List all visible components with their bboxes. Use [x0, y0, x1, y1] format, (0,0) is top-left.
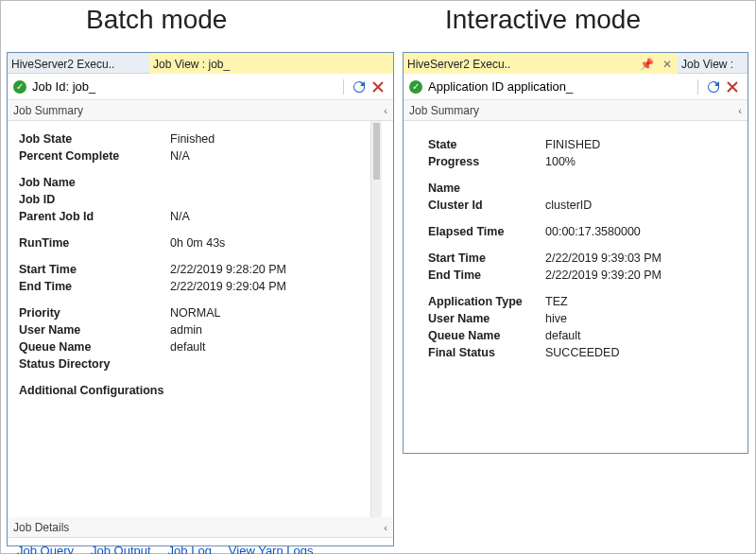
- v-priority: NORMAL: [170, 306, 220, 320]
- v-name: [541, 182, 545, 195]
- v-user: admin: [170, 323, 202, 337]
- k-start: Start Time: [19, 263, 170, 276]
- section-job-summary[interactable]: Job Summary ‹: [8, 100, 393, 121]
- close-tab-icon[interactable]: ✕: [662, 58, 672, 71]
- tab-jobview[interactable]: Job View :: [678, 53, 747, 74]
- v-start: 2/22/2019 9:28:20 PM: [170, 263, 286, 276]
- job-id-label: Job Id:: [32, 79, 69, 94]
- v-job-state: Finished: [170, 132, 215, 146]
- k-priority: Priority: [19, 306, 170, 320]
- v-queue: default: [541, 329, 581, 342]
- k-state: State: [417, 138, 541, 151]
- k-statusdir: Status Directory: [19, 357, 170, 371]
- k-runtime: RunTime: [19, 236, 170, 250]
- summary-body: StateFINISHED Progress100% Name Cluster …: [404, 121, 747, 367]
- link-job-query[interactable]: Job Query: [17, 544, 74, 554]
- summary-scroll: Job StateFinished Percent CompleteN/A Jo…: [8, 121, 393, 517]
- v-percent: N/A: [170, 149, 190, 163]
- v-end: 2/22/2019 9:39:20 PM: [541, 268, 662, 282]
- v-progress: 100%: [541, 155, 576, 168]
- k-apptype: Application Type: [417, 295, 541, 308]
- refresh-button[interactable]: [704, 78, 723, 96]
- k-queue: Queue Name: [417, 329, 541, 342]
- k-final: Final Status: [417, 346, 541, 359]
- detail-links: Job Query Job Output Job Log View Yarn L…: [8, 538, 393, 554]
- v-queue: default: [170, 340, 206, 354]
- section-label: Job Details: [13, 521, 69, 534]
- v-cluster: clusterID: [541, 199, 592, 212]
- tab-jobview[interactable]: Job View : job_: [149, 53, 393, 74]
- k-job-id: Job ID: [19, 193, 170, 206]
- k-name: Name: [417, 182, 541, 195]
- k-progress: Progress: [417, 155, 541, 168]
- v-runtime: 0h 0m 43s: [170, 236, 225, 250]
- separator: [343, 79, 344, 95]
- tabs-left: HiveServer2 Execu.. Job View : job_: [8, 53, 393, 74]
- v-apptype: TEZ: [541, 295, 568, 308]
- tab-hiveserver[interactable]: HiveServer2 Execu.. 📌 ✕: [404, 53, 678, 74]
- app-id-value: application_: [507, 79, 573, 94]
- chevron-left-icon: ‹: [384, 105, 387, 116]
- k-job-name: Job Name: [19, 176, 170, 189]
- section-job-summary[interactable]: Job Summary ‹: [404, 100, 747, 121]
- cancel-button[interactable]: [369, 78, 387, 96]
- v-state: FINISHED: [541, 138, 600, 151]
- success-icon: ✓: [13, 80, 26, 94]
- tab-label: Job View :: [681, 58, 733, 71]
- k-job-state: Job State: [19, 132, 170, 146]
- v-user: hive: [541, 312, 567, 325]
- v-parent: N/A: [170, 210, 190, 223]
- heading-batch: Batch mode: [86, 5, 227, 35]
- cancel-button[interactable]: [723, 78, 742, 96]
- batch-panel: HiveServer2 Execu.. Job View : job_ ✓ Jo…: [7, 52, 394, 546]
- k-elapsed: Elapsed Time: [417, 225, 541, 238]
- scrollbar[interactable]: [370, 121, 382, 517]
- section-label: Job Summary: [409, 104, 479, 117]
- tab-hiveserver[interactable]: HiveServer2 Execu..: [8, 53, 149, 74]
- k-cluster: Cluster Id: [417, 199, 541, 212]
- k-queue: Queue Name: [19, 340, 170, 354]
- k-addconf: Additional Configurations: [19, 384, 227, 397]
- section-label: Job Summary: [13, 104, 83, 117]
- section-job-details[interactable]: Job Details ‹: [8, 517, 393, 538]
- pin-icon[interactable]: 📌: [640, 58, 654, 71]
- success-icon: ✓: [409, 80, 422, 94]
- scroll-thumb[interactable]: [373, 123, 380, 180]
- separator: [697, 79, 698, 95]
- tab-label: HiveServer2 Execu..: [11, 58, 114, 71]
- v-elapsed: 00:00:17.3580000: [541, 225, 641, 238]
- k-parent: Parent Job Id: [19, 210, 170, 223]
- v-start: 2/22/2019 9:39:03 PM: [541, 251, 662, 265]
- job-id-row: ✓ Job Id: job_: [8, 74, 393, 100]
- heading-interactive: Interactive mode: [445, 5, 641, 35]
- job-id-value: job_: [73, 79, 96, 94]
- v-end: 2/22/2019 9:29:04 PM: [170, 280, 286, 293]
- link-view-yarn[interactable]: View Yarn Logs: [229, 544, 314, 554]
- tab-label: HiveServer2 Execu..: [407, 58, 510, 71]
- tabs-right: HiveServer2 Execu.. 📌 ✕ Job View :: [404, 53, 747, 74]
- k-end: End Time: [19, 280, 170, 293]
- refresh-button[interactable]: [350, 78, 369, 96]
- app-id-label: Application ID: [428, 79, 504, 94]
- k-start: Start Time: [417, 251, 541, 265]
- tab-label: Job View : job_: [153, 58, 230, 71]
- interactive-panel: HiveServer2 Execu.. 📌 ✕ Job View : ✓ App…: [403, 52, 748, 454]
- link-job-output[interactable]: Job Output: [91, 544, 151, 554]
- chevron-left-icon: ‹: [738, 105, 742, 116]
- link-job-log[interactable]: Job Log: [168, 544, 212, 554]
- app-id-row: ✓ Application ID application_: [404, 74, 747, 100]
- k-percent: Percent Complete: [19, 149, 170, 163]
- v-final: SUCCEEDED: [541, 346, 620, 359]
- k-user: User Name: [417, 312, 541, 325]
- k-end: End Time: [417, 268, 541, 282]
- chevron-left-icon: ‹: [384, 522, 387, 533]
- k-user: User Name: [19, 323, 170, 337]
